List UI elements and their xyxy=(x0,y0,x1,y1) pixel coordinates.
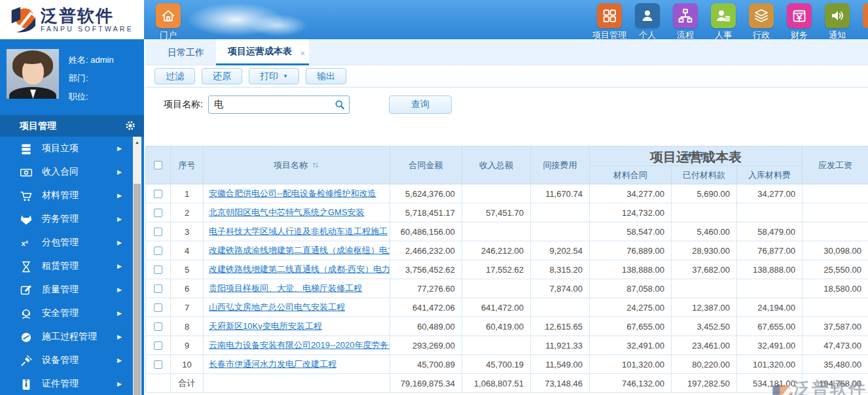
sidebar-item-材料管理[interactable]: 材料管理▶ xyxy=(0,184,144,207)
chevron-right-icon: ▶ xyxy=(117,239,122,246)
cell-mat_contract: 34,277.00 xyxy=(590,184,672,203)
cell-mat_stock: 24,194.00 xyxy=(737,298,803,317)
sidebar-item-分包管理[interactable]: x²分包管理▶ xyxy=(0,231,144,254)
row-checkbox[interactable] xyxy=(154,341,162,350)
cell-indirect: 11,921.33 xyxy=(531,336,590,355)
search-icon[interactable] xyxy=(335,99,345,110)
col-header-wages[interactable]: 应发工资 xyxy=(803,146,868,184)
project-link[interactable]: 山西弘文房地产总公司电气安装工程 xyxy=(209,301,389,313)
sidebar-header-label: 项目管理 xyxy=(20,120,56,132)
nav-item-人事[interactable]: 人事 xyxy=(704,3,742,41)
sort-icon[interactable] xyxy=(312,161,319,169)
project-link[interactable]: 改建铁路线增建第二线直通线（成都-西安）电力 xyxy=(209,264,389,275)
cell-mat_stock: 67,655.00 xyxy=(737,317,803,336)
cell-wages: 37,587.00 xyxy=(803,317,868,336)
query-button[interactable]: 查询 xyxy=(389,95,452,114)
speaker-icon xyxy=(825,3,850,28)
输出-button[interactable]: 输出 xyxy=(306,68,346,84)
scroll-up-icon[interactable]: ▲ xyxy=(133,137,141,147)
cell-checkbox xyxy=(146,241,171,260)
row-checkbox[interactable] xyxy=(154,303,162,312)
cell-project-name: 北京朝阳区电气中芯特气系统之GMS安装 xyxy=(204,203,390,222)
sidebar-item-租赁管理[interactable]: 租赁管理▶ xyxy=(0,254,144,278)
sidebar-item-label: 质量管理 xyxy=(42,284,79,296)
cart-icon xyxy=(20,190,33,201)
row-checkbox[interactable] xyxy=(154,360,162,369)
table-row: 7山西弘文房地产总公司电气安装工程641,472.06641,472.0024,… xyxy=(146,298,868,317)
col-header-indirect[interactable]: 间接费用 xyxy=(531,146,590,184)
col-header-mat-contract[interactable]: 材料合同 xyxy=(590,166,672,184)
sidebar-item-label: 设备管理 xyxy=(42,354,79,366)
过滤-button[interactable]: 过滤 xyxy=(154,68,195,84)
table-region: 项目运营成本表 序号 项目名称 合同金额 收入总额 间接费用 材料费 应发工资 xyxy=(145,146,868,395)
cell-mat_contract: 76,889.00 xyxy=(590,241,672,260)
project-link[interactable]: 北京朝阳区电气中芯特气系统之GMS安装 xyxy=(209,207,389,218)
nav-item-通知[interactable]: 通知 xyxy=(818,3,856,41)
col-header-mat-stock[interactable]: 入库材料费 xyxy=(737,166,803,184)
gear-icon[interactable] xyxy=(124,120,136,131)
toolbar: 过滤还原打印▼输出 xyxy=(145,65,868,88)
cell-mat_paid: 28,930.00 xyxy=(672,241,737,260)
select-all-checkbox[interactable] xyxy=(154,161,162,169)
col-header-num[interactable]: 序号 xyxy=(171,146,204,184)
tab-daily-work[interactable]: 日常工作 xyxy=(156,39,216,65)
sidebar-item-证件管理[interactable]: 证件管理▶ xyxy=(0,372,144,395)
cell-income: 60,419.00 xyxy=(462,317,531,336)
nav-item-行政[interactable]: 行政 xyxy=(742,3,780,41)
project-link[interactable]: 长春市伊通河水力发电厂改建工程 xyxy=(209,358,389,370)
打印-button[interactable]: 打印▼ xyxy=(249,68,299,84)
sidebar-item-安全管理[interactable]: 安全管理▶ xyxy=(0,301,144,325)
sidebar-item-劳务管理[interactable]: 劳务管理▶ xyxy=(0,207,144,231)
close-icon[interactable]: × xyxy=(300,41,305,65)
button-label: 输出 xyxy=(317,71,335,82)
sidebar-item-label: 项目立项 xyxy=(42,143,79,154)
sidebar-header[interactable]: 项目管理 xyxy=(0,115,144,137)
tabstrip: 日常工作 项目运营成本表 × xyxy=(145,39,868,65)
project-link[interactable]: 安徽合肥供电公司--配电设备检修维护和改造 xyxy=(209,188,389,199)
nav-item-财务[interactable]: 财务 xyxy=(780,3,818,41)
cell-mat_stock: 76,877.00 xyxy=(737,241,803,260)
sidebar-item-设备管理[interactable]: 设备管理▶ xyxy=(0,349,144,372)
project-link[interactable]: 电子科技大学区域人行道及非机动车道工程施工 xyxy=(209,226,389,237)
col-header-name[interactable]: 项目名称 xyxy=(204,146,390,184)
sidebar-item-质量管理[interactable]: 质量管理▶ xyxy=(0,278,144,301)
sidebar-scrollbar[interactable]: ▲ xyxy=(133,137,141,395)
row-checkbox[interactable] xyxy=(154,209,162,217)
还原-button[interactable]: 还原 xyxy=(202,68,242,84)
project-name-input[interactable] xyxy=(208,95,350,114)
cell-indirect: 8,315.20 xyxy=(531,260,590,279)
cell-project-name: 安徽合肥供电公司--配电设备检修维护和改造 xyxy=(204,184,390,203)
row-checkbox[interactable] xyxy=(154,228,162,236)
col-header-contract[interactable]: 合同金额 xyxy=(390,146,462,184)
row-checkbox[interactable] xyxy=(154,322,162,331)
sidebar-item-收入合同[interactable]: 收入合同▶ xyxy=(0,160,144,184)
project-link[interactable]: 贵阳项目样板间、大堂、电梯厅装修工程 xyxy=(209,283,389,294)
cell-mat_stock: 101,320.00 xyxy=(737,355,803,374)
button-label: 过滤 xyxy=(166,71,184,82)
process-icon xyxy=(20,331,33,343)
col-header-income[interactable]: 收入总额 xyxy=(462,146,531,184)
cell-mat_paid: 80,220.00 xyxy=(672,355,737,374)
chevron-right-icon: ▶ xyxy=(117,381,122,387)
nav-item-流程[interactable]: 流程 xyxy=(666,3,704,41)
tab-label: 项目运营成本表 xyxy=(228,46,292,56)
project-link[interactable]: 云南电力设备安装有限公司2019--2020年度劳务分 xyxy=(209,339,389,351)
nav-item-个人[interactable]: 个人 xyxy=(628,3,666,41)
row-checkbox[interactable] xyxy=(154,247,162,255)
row-checkbox[interactable] xyxy=(154,284,162,293)
project-link[interactable]: 改建铁路成渝线增建第二直通线（成渝枢纽）电力 xyxy=(209,245,389,256)
brand-name: 泛普软件 xyxy=(41,7,134,25)
cell-num: 4 xyxy=(171,241,204,260)
row-checkbox[interactable] xyxy=(154,190,162,198)
portal-button[interactable]: 门户 xyxy=(149,3,187,41)
sidebar-item-项目立项[interactable]: 项目立项▶ xyxy=(0,137,144,160)
scrollbar-thumb[interactable] xyxy=(134,184,141,395)
nav-item-项目管理[interactable]: 项目管理 xyxy=(590,3,628,41)
row-checkbox[interactable] xyxy=(154,266,162,274)
tab-project-cost-table[interactable]: 项目运营成本表 × xyxy=(216,39,309,65)
total-mat_contract: 746,132.00 xyxy=(590,374,672,393)
sidebar-item-施工过程管理[interactable]: 施工过程管理▶ xyxy=(0,325,144,349)
sidebar-item-label: 分包管理 xyxy=(42,237,79,249)
col-header-mat-paid[interactable]: 已付材料款 xyxy=(672,166,737,184)
project-link[interactable]: 天府新区10Kv变电所安装工程 xyxy=(209,320,389,332)
